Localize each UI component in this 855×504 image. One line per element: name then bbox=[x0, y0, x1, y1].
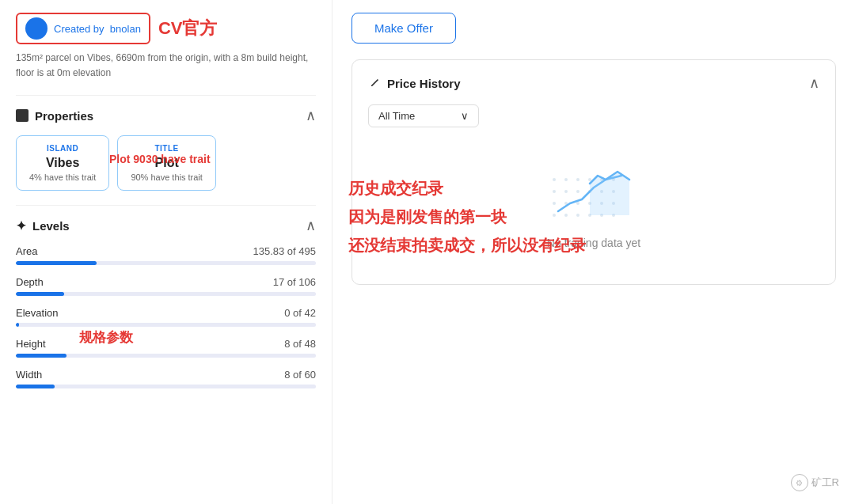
levels-collapse-btn[interactable]: ∧ bbox=[306, 217, 316, 234]
level-width-bar-bg bbox=[16, 385, 316, 388]
properties-label: Properties bbox=[35, 109, 93, 123]
prop-rarity-title: 90% have this trait bbox=[131, 172, 203, 182]
price-history-section: ⟋ Price History ∧ All Time ∨ bbox=[352, 59, 836, 285]
creator-name[interactable]: bnolan bbox=[110, 23, 141, 35]
level-area-value: 135.83 of 495 bbox=[253, 245, 316, 257]
svg-point-12 bbox=[553, 202, 556, 205]
svg-point-19 bbox=[564, 214, 568, 217]
properties-icon bbox=[16, 109, 28, 122]
svg-point-0 bbox=[553, 178, 556, 181]
levels-title: ✦ Levels bbox=[16, 218, 70, 233]
level-area-bar-fill bbox=[16, 261, 97, 265]
level-depth-value: 17 of 106 bbox=[273, 276, 316, 288]
chart-placeholder bbox=[546, 164, 641, 227]
created-by-label: Created by bbox=[54, 23, 104, 35]
svg-point-2 bbox=[576, 178, 580, 181]
watermark: ⚙ 矿工R bbox=[791, 474, 839, 491]
watermark-text: 矿工R bbox=[811, 476, 839, 490]
levels-section: Area 135.83 of 495 Depth 17 of 106 Eleva… bbox=[16, 245, 316, 388]
level-elevation-value: 0 of 42 bbox=[284, 307, 316, 319]
properties-grid: ISLAND Vibes 4% have this trait TITLE Pl… bbox=[16, 135, 316, 191]
price-history-collapse-btn[interactable]: ∧ bbox=[809, 74, 819, 92]
level-area-label: Area bbox=[16, 245, 37, 257]
level-width: Width 8 of 60 bbox=[16, 369, 316, 388]
prop-value-title: Plot bbox=[131, 156, 203, 170]
level-area: Area 135.83 of 495 bbox=[16, 245, 316, 265]
price-history-title: ⟋ Price History bbox=[368, 76, 461, 90]
make-offer-button[interactable]: Make Offer bbox=[352, 13, 456, 44]
level-height-bar-fill bbox=[16, 354, 66, 358]
trend-icon: ⟋ bbox=[368, 76, 381, 90]
properties-collapse-btn[interactable]: ∧ bbox=[306, 107, 316, 124]
creator-row: Created by bnolan CV官方 bbox=[16, 13, 316, 44]
svg-point-3 bbox=[588, 178, 591, 181]
svg-point-18 bbox=[553, 214, 556, 217]
levels-icon: ✦ bbox=[16, 218, 26, 233]
level-width-label: Width bbox=[16, 369, 42, 381]
creator-box: Created by bnolan bbox=[16, 13, 150, 44]
level-depth: Depth 17 of 106 bbox=[16, 276, 316, 296]
no-data-container: No trading data yet bbox=[368, 140, 819, 270]
level-elevation-label: Elevation bbox=[16, 307, 58, 319]
svg-point-14 bbox=[576, 202, 580, 205]
level-depth-bar-bg bbox=[16, 292, 316, 296]
avatar bbox=[25, 17, 48, 40]
level-depth-label: Depth bbox=[16, 276, 44, 288]
prop-rarity-island: 4% have this trait bbox=[29, 172, 96, 182]
creator-text: Created by bnolan bbox=[54, 23, 141, 35]
description-text: 135m² parcel on Vibes, 6690m from the or… bbox=[16, 51, 316, 81]
svg-point-7 bbox=[564, 190, 568, 193]
level-width-value: 8 of 60 bbox=[284, 369, 316, 381]
prop-card-island: ISLAND Vibes 4% have this trait bbox=[16, 135, 109, 191]
no-data-chart-svg bbox=[546, 164, 641, 227]
time-filter-value: All Time bbox=[378, 110, 415, 122]
time-filter-dropdown[interactable]: All Time ∨ bbox=[368, 104, 479, 127]
level-elevation-bar-bg bbox=[16, 323, 316, 327]
chevron-down-icon: ∨ bbox=[461, 110, 469, 122]
level-width-bar-fill bbox=[16, 385, 55, 388]
svg-point-20 bbox=[576, 214, 580, 217]
level-height-label: Height bbox=[16, 338, 46, 350]
level-depth-bar-fill bbox=[16, 292, 64, 296]
prop-type-title: TITLE bbox=[131, 144, 203, 153]
svg-point-1 bbox=[564, 178, 568, 181]
level-height-value: 8 of 48 bbox=[284, 338, 316, 350]
left-panel: Created by bnolan CV官方 135m² parcel on V… bbox=[0, 0, 332, 504]
level-area-bar-bg bbox=[16, 261, 316, 265]
cv-label: CV官方 bbox=[158, 17, 218, 40]
price-history-header: ⟋ Price History ∧ bbox=[368, 74, 819, 92]
svg-point-8 bbox=[576, 190, 580, 193]
properties-section-header: Properties ∧ bbox=[16, 95, 316, 124]
watermark-icon: ⚙ bbox=[791, 474, 808, 491]
level-height-bar-bg bbox=[16, 354, 316, 358]
prop-value-island: Vibes bbox=[29, 156, 96, 170]
prop-card-title: TITLE Plot 90% have this trait bbox=[117, 135, 216, 191]
properties-title: Properties bbox=[16, 109, 93, 123]
levels-label: Levels bbox=[32, 219, 70, 233]
svg-point-6 bbox=[553, 190, 556, 193]
prop-type-island: ISLAND bbox=[29, 144, 96, 153]
level-elevation-bar-fill bbox=[16, 323, 19, 327]
no-data-text: No trading data yet bbox=[547, 237, 640, 249]
levels-section-header: ✦ Levels ∧ bbox=[16, 205, 316, 234]
price-history-label: Price History bbox=[387, 77, 461, 90]
right-panel: Make Offer ⟋ Price History ∧ All Time ∨ bbox=[332, 0, 855, 504]
level-height: Height 8 of 48 bbox=[16, 338, 316, 358]
level-elevation: Elevation 0 of 42 bbox=[16, 307, 316, 327]
